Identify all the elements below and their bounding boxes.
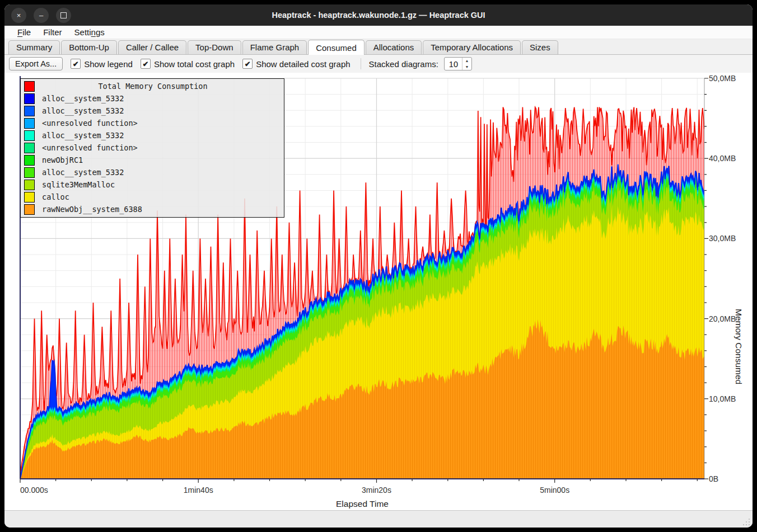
legend-label: alloc__system_5332 — [42, 131, 124, 140]
tab-summary[interactable]: Summary — [8, 40, 60, 54]
legend-label: Total Memory Consumption — [42, 82, 264, 91]
legend-label: alloc__system_5332 — [42, 94, 124, 103]
menu-bar: File Filter Settings — [4, 26, 753, 39]
window-title: Heaptrack - heaptrack.wakunode.1.gz — He… — [4, 11, 753, 20]
tab-sizes[interactable]: Sizes — [522, 40, 558, 54]
tab-flame-graph[interactable]: Flame Graph — [242, 40, 307, 54]
legend-swatch-icon — [24, 180, 35, 190]
x-axis-title: Elapsed Time — [20, 499, 704, 509]
legend-item: sqlite3MemMalloc — [21, 178, 284, 191]
legend-item: Total Memory Consumption — [21, 80, 284, 92]
show-legend-checkbox[interactable]: ✔ Show legend — [71, 59, 133, 69]
legend-swatch-icon — [24, 167, 35, 178]
legend-item: alloc__system_5332 — [21, 92, 284, 105]
y-tick-label: 0B — [709, 474, 718, 483]
status-bar — [4, 510, 753, 528]
menu-filter[interactable]: Filter — [38, 27, 67, 37]
legend-swatch-icon — [24, 118, 35, 129]
stacked-diagrams-spinner[interactable]: 10 ▲ ▼ — [444, 57, 472, 70]
y-tick-label: 20,0MB — [709, 314, 736, 323]
legend-item: calloc — [21, 191, 284, 203]
legend-item: newObjRC1 — [21, 154, 284, 166]
legend-label: <unresolved function> — [42, 143, 138, 152]
checkbox-check-icon: ✔ — [242, 59, 253, 69]
tab-caller-callee[interactable]: Caller / Callee — [118, 40, 186, 54]
checkbox-check-icon: ✔ — [71, 59, 81, 69]
legend-swatch-icon — [24, 155, 35, 166]
stacked-diagrams-value: 10 — [445, 58, 462, 70]
tab-temporary-allocations[interactable]: Temporary Allocations — [423, 40, 521, 54]
show-detailed-cost-checkbox[interactable]: ✔ Show detailed cost graph — [242, 59, 350, 69]
screen: { "window": { "title": "Heaptrack - heap… — [0, 0, 757, 532]
x-tick-label: 00.000s — [20, 486, 48, 495]
minimize-icon[interactable]: – — [34, 8, 49, 23]
y-tick-label: 30,0MB — [709, 234, 736, 243]
show-total-cost-checkbox[interactable]: ✔ Show total cost graph — [141, 59, 235, 69]
show-total-cost-label: Show total cost graph — [154, 59, 235, 69]
legend-label: calloc — [42, 192, 69, 201]
legend-item: rawNewObj__system_6388 — [21, 203, 284, 215]
y-tick-label: 10,0MB — [709, 394, 736, 403]
chart-legend: Total Memory Consumptionalloc__system_53… — [20, 78, 284, 218]
y-tick-label: 40,0MB — [709, 154, 736, 163]
title-bar: × – Heaptrack - heaptrack.wakunode.1.gz … — [4, 4, 753, 26]
x-tick-label: 1min40s — [184, 486, 213, 495]
legend-label: newObjRC1 — [42, 156, 83, 164]
app-window: × – Heaptrack - heaptrack.wakunode.1.gz … — [4, 4, 753, 528]
legend-item: alloc__system_5332 — [21, 129, 284, 142]
legend-swatch-icon — [24, 93, 35, 104]
tab-allocations[interactable]: Allocations — [366, 40, 422, 54]
spinner-down-icon[interactable]: ▼ — [462, 64, 471, 70]
legend-item: <unresolved function> — [21, 117, 284, 129]
tab-bottom-up[interactable]: Bottom-Up — [61, 40, 117, 54]
show-legend-label: Show legend — [84, 59, 133, 69]
legend-item: alloc__system_5332 — [21, 166, 284, 178]
tab-bar: Summary Bottom-Up Caller / Callee Top-Do… — [4, 39, 753, 55]
legend-label: <unresolved function> — [42, 119, 138, 128]
resize-grip-icon[interactable] — [742, 517, 750, 525]
legend-swatch-icon — [24, 204, 35, 215]
show-detailed-cost-label: Show detailed cost graph — [256, 59, 350, 69]
legend-swatch-icon — [24, 143, 35, 153]
tab-consumed[interactable]: Consumed — [308, 40, 365, 55]
legend-item: alloc__system_5332 — [21, 105, 284, 117]
legend-item: <unresolved function> — [21, 142, 284, 154]
legend-swatch-icon — [24, 81, 35, 92]
y-axis-title: Memory Consumed — [733, 147, 744, 528]
menu-file[interactable]: File — [12, 27, 36, 37]
legend-swatch-icon — [24, 106, 35, 116]
spinner-up-icon[interactable]: ▲ — [462, 58, 471, 64]
legend-label: alloc__system_5332 — [42, 106, 124, 115]
tab-top-down[interactable]: Top-Down — [188, 40, 241, 54]
chart-toolbar: Export As... ✔ Show legend ✔ Show total … — [4, 55, 753, 73]
legend-label: sqlite3MemMalloc — [42, 180, 115, 189]
x-tick-label: 5min00s — [540, 486, 569, 495]
maximize-icon[interactable] — [56, 8, 71, 23]
legend-swatch-icon — [24, 130, 35, 141]
memory-chart[interactable]: 0B10,0MB20,0MB30,0MB40,0MB50,0MB 00.000s… — [4, 73, 753, 510]
legend-swatch-icon — [24, 192, 35, 203]
menu-settings[interactable]: Settings — [69, 27, 110, 37]
toolbar-separator — [361, 58, 361, 69]
y-tick-label: 50,0MB — [709, 74, 736, 83]
checkbox-check-icon: ✔ — [141, 59, 151, 69]
legend-label: rawNewObj__system_6388 — [42, 205, 142, 214]
close-icon[interactable]: × — [11, 8, 26, 23]
stacked-diagrams-label: Stacked diagrams: — [369, 59, 438, 69]
export-as-button[interactable]: Export As... — [9, 57, 63, 70]
legend-label: alloc__system_5332 — [42, 168, 124, 177]
x-tick-label: 3min20s — [362, 486, 391, 495]
